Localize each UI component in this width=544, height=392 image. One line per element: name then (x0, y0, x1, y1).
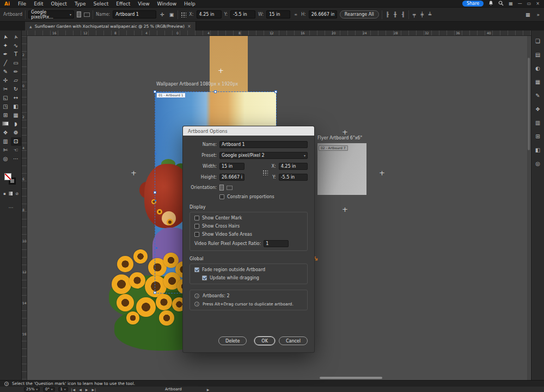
scissors-tool[interactable]: ✂ (1, 85, 11, 94)
column-graph-tool[interactable]: ▥ (1, 137, 11, 146)
align-right-icon[interactable]: ╢ (401, 12, 406, 17)
fill-none-swatch[interactable] (4, 173, 11, 180)
height-input[interactable] (309, 10, 337, 19)
artboard-1-name-chip[interactable]: 01 - Artboard 1 (156, 93, 186, 98)
cancel-button[interactable]: Cancel (279, 336, 308, 345)
selection-handle[interactable] (274, 90, 277, 93)
perspective-grid-tool[interactable]: ⊞ (1, 111, 11, 120)
question-mark-icon[interactable]: ? (4, 382, 9, 386)
selection-handle[interactable] (214, 90, 217, 93)
share-button[interactable]: Share (462, 1, 484, 7)
landscape-orientation-icon[interactable] (84, 13, 90, 17)
display-checkbox-2[interactable] (194, 232, 199, 237)
dialog-portrait-icon[interactable] (219, 185, 224, 191)
anchor-point[interactable] (156, 247, 157, 249)
selection-tool[interactable]: ➤ (1, 33, 11, 41)
menu-help[interactable]: Help (180, 1, 199, 7)
swatches-panel-icon[interactable]: ▦ (535, 79, 540, 85)
horizontal-scrollbar-thumb[interactable] (320, 377, 382, 379)
artboards-panel-icon[interactable]: ⊞ (535, 133, 540, 139)
menu-effect[interactable]: Effect (112, 1, 134, 7)
prev-artboard-icon[interactable]: ◀ (79, 388, 82, 391)
portrait-orientation-icon[interactable] (77, 11, 81, 17)
color-panel-icon[interactable]: ◐ (535, 65, 540, 71)
artboard-options-icon[interactable]: ▣ (168, 12, 175, 17)
shaper-tool[interactable]: ✢ (1, 76, 11, 85)
paintbrush-tool[interactable]: ✎ (1, 68, 11, 76)
libraries-panel-icon[interactable]: ▤ (535, 52, 540, 58)
distribute-bottom-icon[interactable]: ╧ (427, 12, 432, 17)
artboard-name-input[interactable] (113, 10, 156, 19)
distribute-top-icon[interactable]: ╤ (412, 12, 417, 17)
type-tool[interactable]: T (11, 50, 21, 59)
asset-export-panel-icon[interactable]: ◧ (535, 147, 540, 153)
dialog-landscape-icon[interactable] (227, 186, 233, 190)
tab-close-icon[interactable]: × (187, 24, 191, 29)
menu-edit[interactable]: Edit (30, 1, 47, 7)
properties-panel-icon[interactable]: ◎ (535, 161, 540, 167)
distribute-middle-icon[interactable]: ╪ (419, 12, 424, 17)
fade-region-checkbox[interactable] (194, 267, 199, 272)
line-segment-tool[interactable]: ╱ (1, 59, 11, 68)
width-tool[interactable]: ↔ (11, 94, 21, 102)
dialog-name-input[interactable] (222, 142, 305, 148)
direct-selection-tool[interactable]: ➤ (11, 33, 21, 41)
edit-toolbar-button[interactable]: ⋯ (0, 205, 22, 210)
maximize-icon[interactable]: ▭ (527, 1, 531, 6)
arrange-documents-icon[interactable]: ▦ (509, 1, 513, 6)
minimize-icon[interactable]: — (518, 1, 522, 6)
x-position-input[interactable] (197, 10, 222, 19)
menu-window[interactable]: Window (154, 1, 181, 7)
rearrange-all-button[interactable]: Rearrange All (340, 10, 379, 19)
width-input[interactable] (266, 10, 290, 19)
dialog-reference-grid-icon[interactable] (262, 170, 268, 175)
pen-tool[interactable]: ✒ (1, 50, 11, 59)
gradient-mode-icon[interactable] (9, 192, 13, 197)
last-artboard-icon[interactable]: ▶| (91, 388, 96, 391)
shape-builder-tool[interactable]: ◧ (11, 102, 21, 111)
display-checkbox-1[interactable] (194, 224, 199, 229)
align-left-icon[interactable]: ╟ (385, 12, 390, 17)
mesh-tool[interactable]: ▦ (11, 111, 21, 120)
layers-panel-icon[interactable]: ▥ (535, 120, 540, 126)
rectangle-tool[interactable]: ▭ (11, 59, 21, 68)
menu-select[interactable]: Select (90, 1, 113, 7)
display-checkbox-0[interactable] (194, 216, 199, 220)
eraser-tool[interactable]: ▱ (11, 76, 21, 85)
delete-button[interactable]: Delete (218, 336, 247, 345)
symbols-panel-icon[interactable]: ❖ (535, 106, 540, 112)
vertical-scrollbar[interactable] (527, 36, 530, 380)
rotate-tool[interactable]: ↻ (11, 85, 21, 94)
pencil-tool[interactable]: ✏ (11, 68, 21, 76)
align-center-icon[interactable]: ╫ (393, 12, 398, 17)
blend-tool[interactable]: ❖ (1, 128, 11, 137)
move-artboard-icon[interactable]: ✛ (159, 12, 166, 17)
anchor-point[interactable] (155, 200, 156, 201)
video-ruler-input[interactable] (266, 241, 286, 247)
reference-point-grid-icon[interactable] (181, 12, 186, 17)
menu-view[interactable]: View (134, 1, 153, 7)
dialog-title-bar[interactable]: Artboard Options (183, 126, 314, 136)
dialog-height-input[interactable] (222, 174, 242, 180)
anchor-point[interactable] (155, 153, 156, 155)
lasso-tool[interactable]: ∿ (11, 41, 21, 50)
menu-file[interactable]: File (14, 1, 30, 7)
notifications-bell-icon[interactable] (488, 1, 493, 7)
magic-wand-tool[interactable]: ✦ (1, 41, 11, 50)
ok-button[interactable]: OK (254, 336, 275, 345)
panel-overflow-icon[interactable]: » (535, 12, 541, 17)
brushes-panel-icon[interactable]: ✎ (535, 93, 540, 99)
slice-tool[interactable]: ✄ (1, 146, 11, 155)
menu-object[interactable]: Object (47, 1, 71, 7)
status-expand-icon[interactable]: ▶ (207, 388, 210, 391)
rotation-dropdown[interactable]: 0°▾ (43, 387, 54, 391)
horizontal-scrollbar[interactable] (27, 376, 528, 379)
dialog-y-input[interactable] (281, 174, 305, 180)
next-artboard-icon[interactable]: ▶ (85, 388, 89, 391)
dialog-x-input[interactable] (281, 163, 305, 169)
gradient-tool[interactable] (1, 120, 11, 128)
color-mode-icon[interactable]: ▪ (3, 192, 6, 197)
fill-stroke-swatches[interactable] (4, 173, 17, 186)
zoom-dropdown[interactable]: 25%▾ (24, 387, 40, 391)
y-position-input[interactable] (230, 10, 255, 19)
